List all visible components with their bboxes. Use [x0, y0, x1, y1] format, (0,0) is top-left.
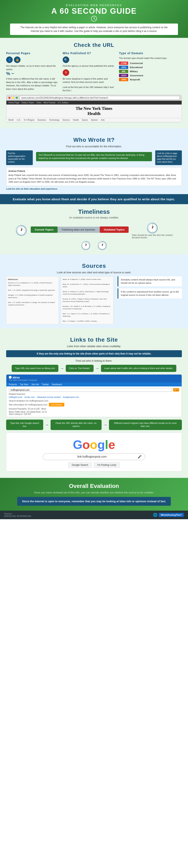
nyt-logo: The New York Times [8, 106, 180, 111]
alexa-keyword-label: Keyword Popularity: [9, 408, 27, 410]
browser-dot-yellow [12, 97, 14, 99]
alexa-mockup: 🅐 alexa The Web Information Company Prod… [6, 374, 182, 417]
alexa-site-info-label: Site information for huffingtonpost.com [9, 403, 47, 406]
label-commercial: Commercial [130, 62, 143, 64]
browser-content: Home Page Today's Paper Video Most Popul… [6, 101, 182, 122]
alexa-site-info-row: Site information for huffingtonpost.com … [9, 403, 179, 406]
nyt-sports: Sports [82, 119, 88, 121]
flow-box-2b-text: Paste the URL directly after the colon, … [55, 422, 97, 427]
overall-subtitle: Once you have reviewed all of this info,… [6, 491, 182, 494]
badge-com: .COM [119, 62, 128, 65]
nyt-us: U.S. [17, 119, 21, 121]
nyt-nav-usedition: U.S. Edition [57, 101, 69, 104]
alexa-nav-dashboard: Dashboard [52, 383, 62, 385]
refs-col-2: Barak, M. & Maymon, T. (1998). Issues of… [61, 276, 113, 324]
alexa-traffic-label: Alexa Traffic Rank: 33 Global Rank: 10 2… [9, 411, 179, 413]
timeliness-subtitle: An outdated source is not always credibl… [6, 216, 182, 219]
timeliness-badges: Current Topics Publishing dates are impo… [31, 226, 129, 235]
flow-arrow-1: → [58, 366, 66, 371]
search-icon: 🔍 [63, 57, 69, 63]
google-o2: o [90, 438, 98, 452]
alexa-search-button[interactable]: 🔍 [173, 388, 179, 392]
flow-box-2b: Paste the URL directly after the colon, … [51, 420, 102, 430]
who-wrote-subtitle: Find out who is accountable for the info… [6, 145, 182, 148]
flow-box-1c: Learn about site's traffic info, who is … [101, 365, 176, 372]
alexa-nav-topsites: Top Sites [20, 383, 28, 385]
footer-logo-area: 🌐 WhoIsHostingThis? [153, 513, 184, 517]
alexa-search-box[interactable]: huffingtonpost.com [9, 388, 172, 392]
label-educational: Educational [130, 66, 142, 68]
url-columns: Personal Pages 👤 🔒 Not always reliable, … [6, 52, 182, 92]
google-o1: o [82, 438, 90, 452]
get-details-button[interactable]: Get Details [49, 403, 64, 406]
browser-url-bar[interactable]: www.nytimes.com/2013/06/24/health/gene-t… [20, 96, 180, 100]
google-feeling-lucky-button[interactable]: I'm Feeling Lucky [94, 462, 120, 468]
sources-refs: References Amerson, D. E. & Helgoland, H… [6, 276, 113, 324]
badge-org: .ORG [119, 78, 128, 81]
google-logo: Google [10, 438, 178, 452]
google-g2: g [98, 438, 105, 452]
nyt-opinion: Opinion [91, 119, 98, 121]
google-search-row: link:huffingtonpost.com 🎤 [43, 453, 145, 460]
flow-arrow-4: → [102, 423, 109, 427]
refs-heading: References [8, 278, 57, 281]
alexa-related-label: Related Searches: [9, 393, 179, 395]
current-topics-badge: Current Topics [31, 226, 58, 233]
flow-box-2a-text: Type link: into Google search box [10, 422, 39, 427]
clock-right-icon: 🕐 [146, 222, 159, 234]
page-footer: Sources: www.lee.edu, lib.berkeley.edu 🌐… [0, 510, 188, 519]
who-wrote-layout: Find the author/organization responsible… [6, 150, 182, 165]
domain-type-col: Type of Domain The domain type should ma… [119, 52, 182, 92]
footer-sources: Sources: www.lee.edu, lib.berkeley.edu [4, 513, 31, 517]
header-top-text: Evaluating Web Resources [4, 4, 184, 7]
who-published-text2: Be more skeptical in regard of the autho… [63, 77, 115, 84]
alexa-keyword-value: 33 out of 100 - More [28, 408, 46, 410]
domain-row-edu: .EDU Educational [119, 66, 182, 69]
clock-left-col: 🕐 [15, 225, 27, 236]
browser-mockup: www.nytimes.com/2013/06/24/health/gene-t… [6, 95, 182, 122]
footer-sources-line2: www.lee.edu, lib.berkeley.edu [4, 515, 31, 517]
domain-row-org: .ORG Nonprofit [119, 78, 182, 81]
alexa-header: 🅐 alexa The Web Information Company [6, 375, 182, 382]
personal-pages-col: Personal Pages 👤 🔒 Not always reliable, … [6, 52, 59, 92]
header-subtitle [4, 16, 184, 22]
author-info-box: Andrew Pollack Andy Pollack has covered … [6, 167, 182, 186]
flow-box-2c-text: Different search engines may have differ… [114, 422, 177, 427]
nyt-nav-todayspaper: Today's Paper [21, 101, 34, 104]
alexa-related-link-4[interactable]: drudgereport.com [63, 396, 79, 398]
nyt-health: Health [73, 119, 79, 121]
nyt-technology: Technology [49, 119, 60, 121]
overall-title: Overall Evaluation [6, 483, 182, 489]
bottom-note: Look for info on their education and exp… [6, 188, 182, 190]
flow-arrow-3: → [43, 423, 51, 427]
links-find-text: Find out who is linking to them: [6, 359, 182, 362]
links-warning: If they are the only one linking to the … [6, 350, 182, 357]
alexa-nav-siteinfo: Site Info [31, 383, 39, 385]
google-search-text[interactable]: link:huffingtonpost.com [46, 455, 138, 458]
domain-row-com: .COM Commercial [119, 62, 182, 65]
who-published-text3: Look at the first part of the URL betwee… [63, 86, 115, 92]
tilde-percent-symbol: % ~ [6, 71, 59, 76]
google-search-button[interactable]: Google Search [68, 462, 91, 468]
date-note: Date should be near the time the content… [132, 234, 173, 239]
nyt-nav-video: Video [36, 101, 42, 104]
nyt-nav-homepage: Home Page [8, 101, 19, 104]
overall-section: Overall Evaluation Once you have reviewe… [0, 478, 188, 511]
svg-line-2 [94, 19, 95, 19]
personal-pages-text: Not always reliable, so try to learn mor… [6, 64, 59, 71]
flow-box-1c-text: Learn about site's traffic info, who is … [104, 367, 173, 369]
personal-pages-icons: 👤 🔒 [6, 57, 59, 63]
alexa-related-link-3[interactable]: milwaukee journal sentinel [37, 396, 61, 398]
footer-whos-icon: 🌐 [153, 513, 158, 517]
alexa-related-link-1[interactable]: huffington post [9, 396, 22, 398]
alexa-related-link-2[interactable]: msnbc.com [24, 396, 35, 398]
nyt-world-nav: World U.S. N.Y./Region Business Technolo… [6, 118, 182, 122]
highlighted-article-text: Terri Ellsworth is convinced that her 12… [36, 152, 152, 161]
sources-inner: References Amerson, D. E. & Helgoland, H… [6, 276, 182, 324]
published-icons: 🔍 [63, 57, 115, 63]
who-wrote-left-note: Find the author/organization responsible… [6, 150, 33, 165]
header-main-title: A 60 Second Guide [4, 7, 184, 15]
who-published-title: Who Published It? [63, 52, 115, 55]
domain-row-gov: .GOV Government [119, 74, 182, 77]
timeliness-row: 🕐 Current Topics Publishing dates are im… [6, 222, 182, 239]
